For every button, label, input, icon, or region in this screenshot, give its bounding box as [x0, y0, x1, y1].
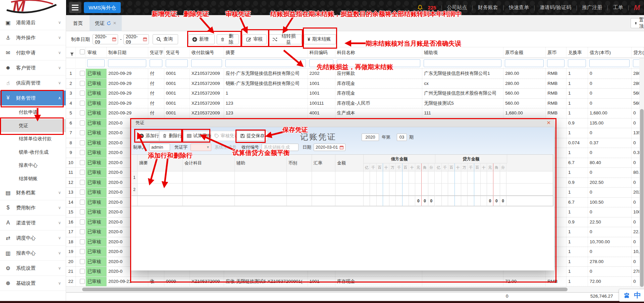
row-checkbox[interactable]	[80, 160, 85, 165]
grid-cell[interactable]	[312, 184, 335, 196]
sidebar-item-系统设置[interactable]: ⚙系统设置∨	[0, 261, 66, 276]
sidebar-item-财务管理[interactable]: ¥财务管理∧	[0, 91, 66, 106]
sidebar-item-报表中心[interactable]: ▥报表中心∨	[0, 246, 66, 261]
topmenu-invite-link[interactable]: 邀请码/验证码	[540, 4, 571, 11]
sidebar-subitem-凭证[interactable]: 凭证	[0, 119, 66, 133]
grid-cell[interactable]	[138, 171, 183, 184]
row-checkbox[interactable]	[80, 229, 85, 234]
row-checkbox[interactable]	[80, 269, 85, 274]
grid-amount-cell[interactable]	[377, 171, 383, 184]
grid-amount-cell[interactable]	[500, 171, 506, 184]
dialog-save-button[interactable]: 提交保存	[237, 131, 268, 141]
dialog-trial-balance-button[interactable]: 试算平衡	[183, 131, 215, 141]
grid-amount-cell[interactable]	[422, 184, 428, 196]
select-all-checkbox[interactable]	[80, 49, 85, 54]
chinese-ime-label[interactable]: 中	[634, 291, 641, 300]
sidebar-subitem-报表中心[interactable]: 报表中心	[0, 159, 66, 172]
vertical-scrollbar-thumb[interactable]	[640, 109, 644, 287]
row-checkbox[interactable]	[80, 190, 85, 195]
table-row[interactable]: 3已审核2020-09-29付0001XZ10537200911001库存现金广…	[66, 89, 644, 99]
row-checkbox[interactable]	[80, 101, 85, 106]
grid-amount-cell[interactable]	[455, 184, 461, 196]
grid-cell[interactable]	[183, 184, 235, 196]
grid-cell[interactable]	[335, 171, 364, 184]
table-row[interactable]: 2已审核2020-09-29付0001XZ105372009销账-广东无限链接信…	[66, 79, 644, 89]
dialog-add-row-button[interactable]: 添加行	[136, 131, 163, 141]
topmenu-finance-link[interactable]: 财务账套	[478, 4, 498, 11]
filter-input[interactable]	[547, 59, 565, 67]
grid-amount-cell[interactable]	[481, 184, 487, 196]
grid-amount-cell[interactable]	[428, 171, 435, 184]
calendar-icon[interactable]	[339, 145, 344, 150]
funnel-icon[interactable]	[70, 52, 74, 56]
date-to-input[interactable]: 2020-09	[123, 34, 149, 44]
grid-amount-cell[interactable]	[468, 184, 474, 196]
row-checkbox[interactable]	[80, 81, 85, 86]
table-row[interactable]: 4已审核2020-09-29付0001XZ105372009123100111库…	[66, 99, 644, 109]
grid-cell[interactable]	[312, 171, 335, 184]
add-voucher-button[interactable]: 新增	[189, 34, 215, 44]
grid-amount-cell[interactable]	[448, 171, 454, 184]
period-no-input[interactable]: 03	[397, 134, 407, 141]
topmenu-promo-link[interactable]: 推广注册	[582, 4, 602, 11]
grid-amount-cell[interactable]	[487, 171, 493, 184]
grid-amount-cell[interactable]	[493, 171, 500, 184]
period-closing-button[interactable]: ¥期末结账	[304, 34, 336, 44]
grid-amount-cell[interactable]	[389, 184, 396, 196]
sidebar-subitem-结算单位收付款[interactable]: 结算单位收付款	[0, 132, 66, 146]
grid-amount-cell[interactable]	[435, 184, 442, 196]
filter-input[interactable]	[505, 59, 544, 67]
row-checkbox[interactable]	[80, 130, 85, 135]
grid-amount-cell[interactable]	[383, 171, 389, 184]
grid-amount-cell[interactable]	[448, 184, 454, 196]
sidebar-item-海外操作[interactable]: ⚓海外操作∨	[0, 30, 66, 45]
sidebar-item-费用制作[interactable]: $费用制作∨	[0, 200, 66, 215]
filter-input[interactable]	[191, 59, 222, 67]
audit-voucher-button[interactable]: 审核	[243, 34, 267, 44]
tab-refresh-icon[interactable]	[107, 21, 111, 26]
dialog-delete-row-button[interactable]: 删除行	[159, 131, 186, 141]
grid-row[interactable]: 1	[131, 171, 553, 184]
wms-app-button[interactable]: WMS海外仓	[84, 2, 121, 13]
grid-amount-cell[interactable]	[396, 171, 402, 184]
grid-amount-cell[interactable]	[370, 171, 376, 184]
ime-widget[interactable]: 中	[619, 289, 644, 302]
vertical-scrollbar[interactable]	[639, 58, 644, 292]
sidebar-item-基础设置[interactable]: ☸基础设置∨	[0, 276, 66, 291]
grid-amount-cell[interactable]	[455, 171, 461, 184]
filter-input[interactable]	[589, 59, 630, 67]
sidebar-subitem-结算销账[interactable]: 结算销账	[0, 172, 66, 186]
grid-amount-cell[interactable]	[428, 184, 435, 196]
maker-input[interactable]: admin	[149, 144, 170, 151]
date-from-input[interactable]: 2020-09	[93, 34, 118, 44]
row-checkbox[interactable]	[80, 120, 85, 125]
grid-amount-cell[interactable]	[396, 184, 402, 196]
sidebar-subitem-付款申请[interactable]: 付款申请	[0, 106, 66, 119]
row-checkbox[interactable]	[80, 209, 85, 214]
search-button[interactable]: 查询	[153, 34, 178, 44]
grid-amount-cell[interactable]	[364, 184, 370, 196]
sidebar-item-客户管理[interactable]: ☻客户管理∨	[0, 60, 66, 75]
row-checkbox[interactable]	[80, 71, 85, 76]
filter-input[interactable]	[568, 59, 586, 67]
grid-amount-cell[interactable]	[409, 184, 415, 196]
row-checkbox[interactable]	[80, 180, 85, 185]
filter-input[interactable]	[150, 59, 162, 67]
tab-close-icon[interactable]: ✕	[113, 15, 116, 31]
paw-icon[interactable]	[623, 292, 631, 299]
row-checkbox[interactable]	[80, 140, 85, 145]
sidebar-item-供应商管理[interactable]: ☝供应商管理∨	[0, 75, 66, 91]
sidebar-item-财务档案[interactable]: ▤财务档案∨	[0, 185, 66, 200]
grid-amount-cell[interactable]	[493, 184, 500, 196]
grid-amount-cell[interactable]	[402, 171, 409, 184]
row-checkbox[interactable]	[80, 239, 85, 244]
horizontal-scrollbar-thumb[interactable]	[82, 288, 568, 291]
filter-input[interactable]	[424, 59, 501, 67]
table-row[interactable]: 22已审核2020-09-21收0009XZ105372009应收-无限链接测试…	[66, 277, 644, 287]
sidebar-subitem-锁单-收付生成[interactable]: 锁单-收付生成	[0, 146, 66, 159]
row-checkbox[interactable]	[80, 91, 85, 96]
grid-amount-cell[interactable]	[415, 171, 422, 184]
grid-amount-cell[interactable]	[474, 184, 481, 196]
grid-amount-cell[interactable]	[481, 171, 487, 184]
filter-input[interactable]	[166, 59, 188, 67]
